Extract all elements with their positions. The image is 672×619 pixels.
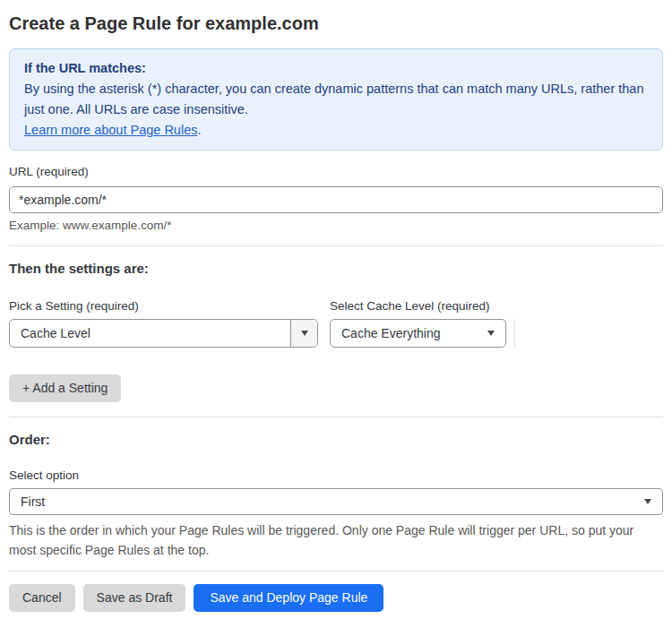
info-box-link-line: Learn more about Page Rules. <box>24 120 648 141</box>
settings-section-heading: Then the settings are: <box>9 261 663 276</box>
settings-vertical-divider <box>514 319 515 348</box>
setting-picker-arrow-button[interactable] <box>290 320 317 347</box>
cache-level-value: Cache Everything <box>341 326 441 340</box>
link-period: . <box>197 123 201 137</box>
url-field-label: URL (required) <box>9 165 663 179</box>
setting-picker-dropdown[interactable]: Cache Level <box>9 319 318 348</box>
chevron-down-icon <box>644 499 651 504</box>
create-page-rule-form: Create a Page Rule for example.com If th… <box>0 0 672 619</box>
learn-more-link[interactable]: Learn more about Page Rules <box>24 123 197 137</box>
info-box-heading: If the URL matches: <box>24 58 648 79</box>
footer-actions: Cancel Save as Draft Save and Deploy Pag… <box>9 584 663 612</box>
cancel-button[interactable]: Cancel <box>9 584 75 612</box>
settings-labels-row: Pick a Setting (required) Select Cache L… <box>9 299 663 314</box>
chevron-down-icon <box>301 331 308 336</box>
url-match-info-box: If the URL matches: By using the asteris… <box>9 48 663 150</box>
url-input[interactable] <box>9 186 663 213</box>
cache-level-label: Select Cache Level (required) <box>330 299 490 314</box>
order-value: First <box>21 494 45 509</box>
chevron-down-icon <box>487 331 495 336</box>
url-field-hint: Example: www.example.com/* <box>9 219 663 233</box>
divider-footer <box>9 571 663 572</box>
page-title: Create a Page Rule for example.com <box>9 13 663 34</box>
cache-level-dropdown[interactable]: Cache Everything <box>330 319 506 348</box>
save-and-deploy-button[interactable]: Save and Deploy Page Rule <box>194 584 383 612</box>
order-section-heading: Order: <box>9 432 663 447</box>
order-dropdown[interactable]: First <box>9 488 663 515</box>
setting-picker-value: Cache Level <box>10 320 290 347</box>
divider-settings <box>9 245 663 246</box>
settings-controls-row: Cache Level Cache Everything <box>9 319 663 348</box>
order-select-label: Select option <box>9 469 663 483</box>
setting-picker-label: Pick a Setting (required) <box>9 299 330 314</box>
save-as-draft-button[interactable]: Save as Draft <box>83 584 186 612</box>
add-setting-button[interactable]: + Add a Setting <box>9 374 121 402</box>
info-box-body: By using the asterisk (*) character, you… <box>24 79 648 120</box>
divider-order <box>9 417 663 417</box>
order-help-text: This is the order in which your Page Rul… <box>9 520 663 560</box>
